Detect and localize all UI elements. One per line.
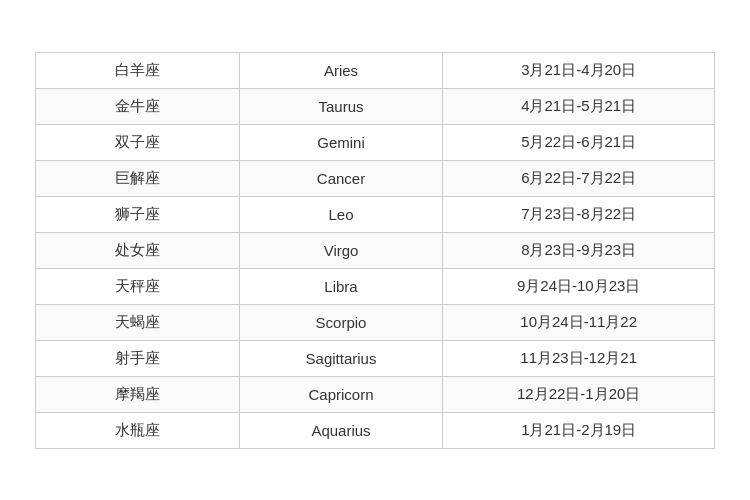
cell-dates: 6月22日-7月22日 bbox=[443, 160, 715, 196]
table-row: 天秤座Libra9月24日-10月23日 bbox=[36, 268, 715, 304]
cell-english: Aries bbox=[239, 52, 443, 88]
cell-chinese: 水瓶座 bbox=[36, 412, 240, 448]
cell-dates: 10月24日-11月22 bbox=[443, 304, 715, 340]
cell-english: Scorpio bbox=[239, 304, 443, 340]
table-row: 天蝎座Scorpio10月24日-11月22 bbox=[36, 304, 715, 340]
table-row: 巨解座Cancer6月22日-7月22日 bbox=[36, 160, 715, 196]
table-row: 白羊座Aries3月21日-4月20日 bbox=[36, 52, 715, 88]
table-row: 双子座Gemini5月22日-6月21日 bbox=[36, 124, 715, 160]
cell-english: Libra bbox=[239, 268, 443, 304]
cell-chinese: 白羊座 bbox=[36, 52, 240, 88]
zodiac-table-container: 白羊座Aries3月21日-4月20日金牛座Taurus4月21日-5月21日双… bbox=[35, 52, 715, 449]
table-row: 狮子座Leo7月23日-8月22日 bbox=[36, 196, 715, 232]
cell-chinese: 双子座 bbox=[36, 124, 240, 160]
cell-english: Leo bbox=[239, 196, 443, 232]
cell-dates: 5月22日-6月21日 bbox=[443, 124, 715, 160]
cell-dates: 8月23日-9月23日 bbox=[443, 232, 715, 268]
cell-dates: 1月21日-2月19日 bbox=[443, 412, 715, 448]
cell-english: Cancer bbox=[239, 160, 443, 196]
cell-english: Virgo bbox=[239, 232, 443, 268]
zodiac-table: 白羊座Aries3月21日-4月20日金牛座Taurus4月21日-5月21日双… bbox=[35, 52, 715, 449]
table-row: 金牛座Taurus4月21日-5月21日 bbox=[36, 88, 715, 124]
table-row: 射手座Sagittarius11月23日-12月21 bbox=[36, 340, 715, 376]
cell-chinese: 狮子座 bbox=[36, 196, 240, 232]
cell-english: Taurus bbox=[239, 88, 443, 124]
cell-dates: 7月23日-8月22日 bbox=[443, 196, 715, 232]
cell-dates: 12月22日-1月20日 bbox=[443, 376, 715, 412]
cell-english: Gemini bbox=[239, 124, 443, 160]
cell-english: Sagittarius bbox=[239, 340, 443, 376]
cell-chinese: 射手座 bbox=[36, 340, 240, 376]
cell-dates: 9月24日-10月23日 bbox=[443, 268, 715, 304]
cell-english: Capricorn bbox=[239, 376, 443, 412]
cell-chinese: 天秤座 bbox=[36, 268, 240, 304]
table-row: 摩羯座Capricorn12月22日-1月20日 bbox=[36, 376, 715, 412]
cell-chinese: 巨解座 bbox=[36, 160, 240, 196]
cell-english: Aquarius bbox=[239, 412, 443, 448]
table-row: 处女座Virgo8月23日-9月23日 bbox=[36, 232, 715, 268]
cell-chinese: 处女座 bbox=[36, 232, 240, 268]
cell-dates: 3月21日-4月20日 bbox=[443, 52, 715, 88]
cell-chinese: 金牛座 bbox=[36, 88, 240, 124]
cell-dates: 11月23日-12月21 bbox=[443, 340, 715, 376]
table-row: 水瓶座Aquarius1月21日-2月19日 bbox=[36, 412, 715, 448]
cell-dates: 4月21日-5月21日 bbox=[443, 88, 715, 124]
cell-chinese: 摩羯座 bbox=[36, 376, 240, 412]
cell-chinese: 天蝎座 bbox=[36, 304, 240, 340]
